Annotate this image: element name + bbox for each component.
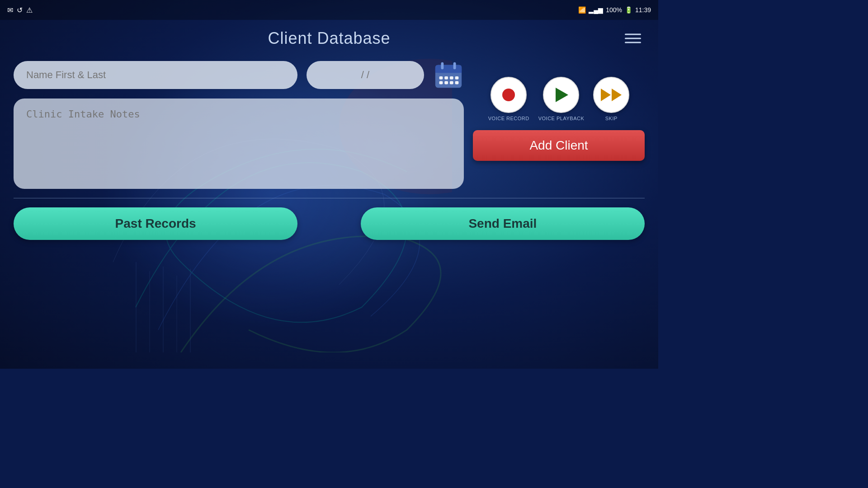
svg-rect-9 <box>435 69 462 73</box>
date-input[interactable] <box>307 61 424 89</box>
voice-playback-label: VOICE PLAYBACK <box>538 116 585 121</box>
past-records-button[interactable]: Past Records <box>14 207 297 240</box>
wifi-icon: 📶 <box>578 6 586 14</box>
svg-rect-4 <box>163 267 164 352</box>
svg-rect-18 <box>450 81 453 84</box>
send-email-button[interactable]: Send Email <box>361 207 645 240</box>
status-right-info: 📶 ▂▄▆ 100% 🔋 11:39 <box>578 6 651 14</box>
svg-rect-17 <box>444 81 448 84</box>
skip-icon <box>601 89 622 101</box>
status-left-icons: ✉ ↺ ⚠ <box>7 6 33 14</box>
notes-input[interactable] <box>14 99 464 189</box>
main-content: Client Database <box>0 20 658 249</box>
svg-rect-10 <box>441 62 443 70</box>
menu-button[interactable] <box>621 30 645 47</box>
skip-label: SKIP <box>605 116 618 121</box>
voice-record-button[interactable] <box>491 77 527 113</box>
status-bar: ✉ ↺ ⚠ 📶 ▂▄▆ 100% 🔋 11:39 <box>0 0 658 20</box>
add-client-button[interactable]: Add Client <box>473 130 645 161</box>
svg-rect-5 <box>176 276 177 352</box>
battery-percent: 100% <box>606 6 622 14</box>
hamburger-line-2 <box>625 38 641 39</box>
battery-icon: 🔋 <box>625 6 632 14</box>
svg-rect-13 <box>444 76 448 80</box>
record-dot-icon <box>502 89 515 101</box>
calendar-button[interactable] <box>433 59 464 91</box>
play-icon <box>556 88 568 102</box>
form-area: VOICE RECORD VOICE PLAYBACK <box>14 59 645 189</box>
hamburger-line-3 <box>625 42 641 43</box>
voice-record-wrap: VOICE RECORD <box>488 77 529 121</box>
name-input[interactable] <box>14 61 297 89</box>
skip-button[interactable] <box>593 77 629 113</box>
svg-rect-16 <box>439 81 443 84</box>
history-icon: ↺ <box>17 6 23 14</box>
header: Client Database <box>14 29 645 48</box>
svg-rect-15 <box>455 76 459 80</box>
svg-rect-12 <box>439 76 443 80</box>
svg-rect-3 <box>149 271 150 352</box>
voice-playback-button[interactable] <box>543 77 579 113</box>
form-right: VOICE RECORD VOICE PLAYBACK <box>473 77 645 161</box>
form-left <box>14 59 464 189</box>
hamburger-line-1 <box>625 34 641 35</box>
warning-icon: ⚠ <box>26 6 33 14</box>
signal-icon: ▂▄▆ <box>589 6 603 14</box>
voice-playback-wrap: VOICE PLAYBACK <box>538 77 585 121</box>
svg-rect-11 <box>453 62 456 70</box>
divider <box>14 198 645 198</box>
voice-record-label: VOICE RECORD <box>488 116 529 121</box>
gmail-icon: ✉ <box>7 6 13 14</box>
svg-rect-19 <box>455 81 459 84</box>
skip-wrap: SKIP <box>593 77 629 121</box>
bottom-buttons: Past Records Send Email <box>14 207 645 240</box>
skip-arrow-2 <box>612 89 622 101</box>
svg-rect-6 <box>190 269 191 352</box>
page-title: Client Database <box>268 29 390 48</box>
svg-rect-14 <box>450 76 453 80</box>
svg-rect-2 <box>136 262 137 352</box>
clock: 11:39 <box>635 6 651 14</box>
voice-controls: VOICE RECORD VOICE PLAYBACK <box>488 77 630 121</box>
skip-arrow-1 <box>601 89 611 101</box>
